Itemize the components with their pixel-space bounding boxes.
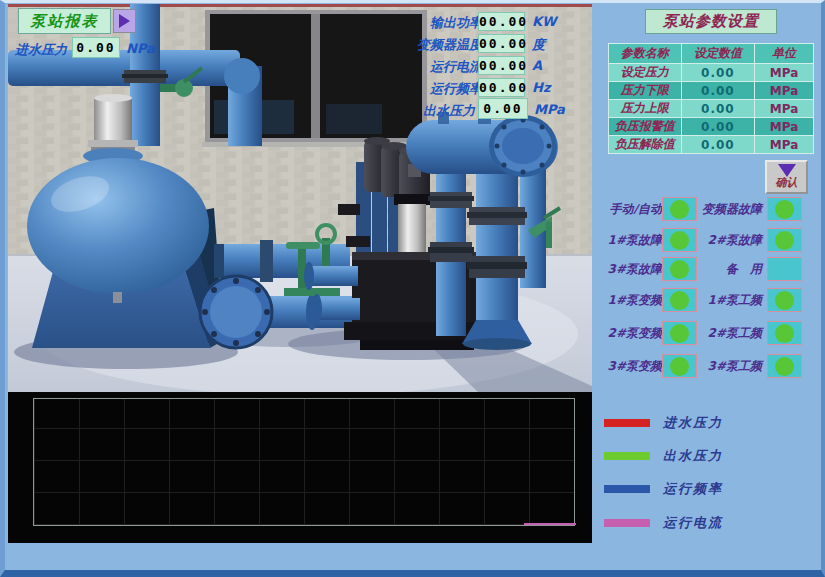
- param-unit: MPa: [755, 82, 814, 100]
- legend-label: 进水压力: [663, 414, 723, 432]
- wall-top-trim: [8, 4, 592, 7]
- pressure-tank: [27, 158, 209, 294]
- status-indicator-pump1-fault: [662, 228, 697, 252]
- inlet-pressure-label: 进水压力: [15, 41, 67, 59]
- confirm-button[interactable]: 确认: [765, 160, 808, 194]
- status-indicator-pump2-fault: [767, 228, 802, 252]
- legend-item: 出水压力: [604, 449, 814, 463]
- param-name: 设定压力: [609, 64, 682, 82]
- status-indicator-vfd-fault: [767, 197, 802, 221]
- inlet-pressure-value: 0.00: [72, 37, 120, 58]
- status-indicator-pump3-fault: [662, 257, 697, 281]
- green-lamp-icon: [775, 357, 794, 376]
- run-frequency-value: 00.00: [478, 78, 525, 97]
- status-label: 1#泵工频: [696, 287, 762, 313]
- col-header-name: 参数名称: [609, 44, 682, 64]
- legend-swatch: [604, 452, 650, 460]
- hmi-pump-station-screen: 泵站报表 进水压力 0.00 NPa 输出功率 00.00 KW 变频器温度 0…: [0, 0, 825, 577]
- status-indicator-spare: [767, 257, 802, 281]
- status-indicator-pump2-vfd: [662, 321, 697, 345]
- green-lamp-icon: [670, 357, 689, 376]
- legend-item: 运行电流: [604, 516, 814, 530]
- status-indicator-pump1-line: [767, 288, 802, 312]
- run-current-label: 运行电流: [430, 58, 482, 76]
- green-lamp-icon: [775, 291, 794, 310]
- param-unit: MPa: [755, 136, 814, 154]
- status-label: 3#泵故障: [596, 256, 662, 282]
- table-row: 设定压力 0.00 MPa: [609, 64, 814, 82]
- green-lamp-icon: [670, 324, 689, 343]
- status-label: 3#泵工频: [696, 353, 762, 379]
- run-frequency-unit: Hz: [532, 80, 550, 95]
- status-label: 手动/自动: [596, 196, 662, 222]
- param-value[interactable]: 0.00: [681, 100, 755, 118]
- status-indicator-pump1-vfd: [662, 288, 697, 312]
- status-row: 1#泵故障 2#泵故障: [598, 227, 812, 253]
- outlet-pressure-label: 出水压力: [423, 102, 475, 120]
- status-indicator-pump3-vfd: [662, 354, 697, 378]
- param-unit: MPa: [755, 118, 814, 136]
- param-name: 压力下限: [609, 82, 682, 100]
- outlet-pressure-unit: MPa: [534, 102, 565, 117]
- legend-label: 出水压力: [663, 447, 723, 465]
- run-current-value: 00.00: [478, 56, 525, 75]
- outlet-pressure-value: 0.00: [478, 98, 528, 119]
- param-name: 负压报警值: [609, 118, 682, 136]
- inverter-temp-label: 变频器温度: [417, 36, 482, 54]
- legend-label: 运行频率: [663, 480, 723, 498]
- status-label: 1#泵变频: [596, 287, 662, 313]
- inverter-temp-unit: 度: [532, 36, 545, 54]
- status-label: 1#泵故障: [596, 227, 662, 253]
- col-header-unit: 单位: [755, 44, 814, 64]
- run-current-trace: [524, 523, 576, 525]
- settings-panel-title: 泵站参数设置: [645, 9, 777, 34]
- status-label: 2#泵变频: [596, 320, 662, 346]
- param-value[interactable]: 0.00: [681, 64, 755, 82]
- param-value[interactable]: 0.00: [681, 136, 755, 154]
- green-lamp-icon: [670, 260, 689, 279]
- report-play-button[interactable]: [113, 9, 136, 33]
- green-lamp-icon: [775, 324, 794, 343]
- green-lamp-icon: [775, 200, 794, 219]
- inlet-pressure-unit: NPa: [126, 41, 155, 56]
- report-button[interactable]: 泵站报表: [18, 8, 111, 34]
- status-row: 手动/自动 变频器故障: [598, 196, 812, 222]
- trend-chart: [8, 392, 592, 543]
- green-lamp-icon: [670, 231, 689, 250]
- legend-swatch: [604, 485, 650, 493]
- run-frequency-label: 运行频率: [430, 80, 482, 98]
- table-row: 负压解除值 0.00 MPa: [609, 136, 814, 154]
- status-label: 备 用: [696, 256, 762, 282]
- play-icon: [119, 14, 130, 28]
- confirm-label: 确认: [776, 175, 798, 190]
- legend-swatch: [604, 419, 650, 427]
- param-name: 压力上限: [609, 100, 682, 118]
- table-row: 压力上限 0.00 MPa: [609, 100, 814, 118]
- status-row: 2#泵变频 2#泵工频: [598, 320, 812, 346]
- output-power-label: 输出功率: [430, 14, 482, 32]
- status-row: 3#泵变频 3#泵工频: [598, 353, 812, 379]
- legend-swatch: [604, 519, 650, 527]
- table-row: 负压报警值 0.00 MPa: [609, 118, 814, 136]
- legend-item: 运行频率: [604, 482, 814, 496]
- output-power-value: 00.00: [478, 12, 525, 31]
- green-lamp-icon: [775, 231, 794, 250]
- green-lamp-icon: [670, 291, 689, 310]
- status-row: 1#泵变频 1#泵工频: [598, 287, 812, 313]
- status-label: 变频器故障: [696, 196, 762, 222]
- param-value[interactable]: 0.00: [681, 82, 755, 100]
- legend-label: 运行电流: [663, 514, 723, 532]
- green-lamp-icon: [670, 200, 689, 219]
- param-name: 负压解除值: [609, 136, 682, 154]
- status-indicator-manual-auto: [662, 197, 697, 221]
- trend-plot-area: [33, 398, 575, 526]
- param-value[interactable]: 0.00: [681, 118, 755, 136]
- inverter-temp-value: 00.00: [478, 34, 525, 53]
- run-current-unit: A: [532, 58, 542, 73]
- status-label: 2#泵工频: [696, 320, 762, 346]
- col-header-value: 设定数值: [681, 44, 755, 64]
- output-power-unit: KW: [532, 14, 556, 29]
- status-label: 2#泵故障: [696, 227, 762, 253]
- legend-item: 进水压力: [604, 416, 814, 430]
- pump-station-3d-view: 泵站报表 进水压力 0.00 NPa 输出功率 00.00 KW 变频器温度 0…: [8, 4, 592, 392]
